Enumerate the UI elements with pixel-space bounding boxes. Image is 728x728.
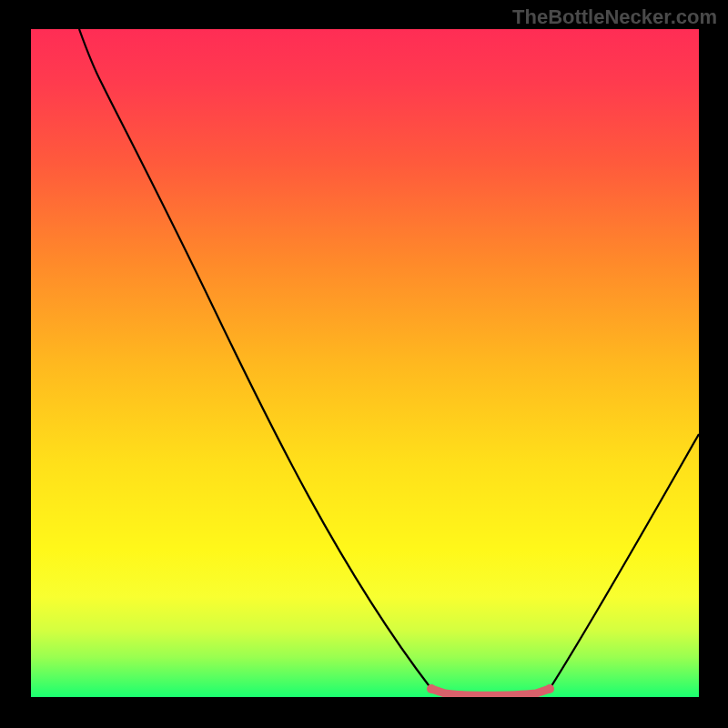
bottleneck-curve [79, 29, 699, 695]
curve-svg [31, 29, 699, 697]
watermark-text: TheBottleNecker.com [512, 5, 717, 29]
valley-highlight [431, 689, 550, 695]
valley-left-dot [427, 684, 436, 693]
chart-container: TheBottleNecker.com [0, 0, 728, 728]
valley-right-dot [545, 684, 554, 693]
plot-area [31, 29, 699, 697]
